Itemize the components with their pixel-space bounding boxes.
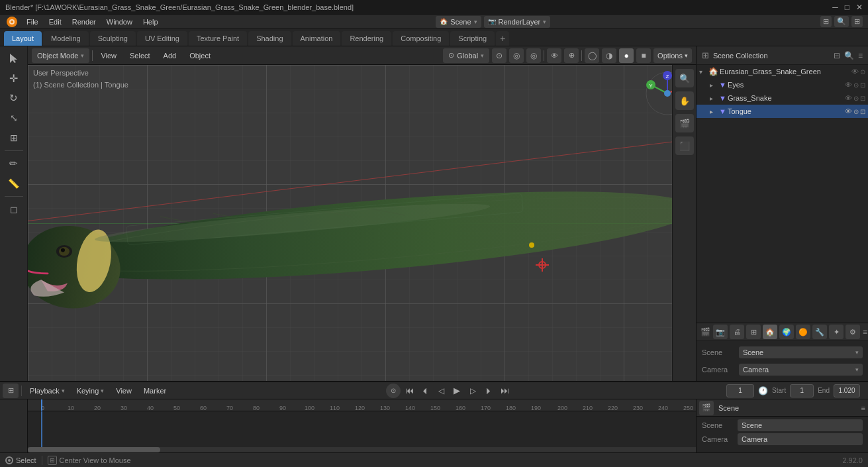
outliner-item-tongue[interactable]: ▸ ▼ Tongue 👁 ⊙ ⊡ <box>697 105 868 118</box>
start-frame-input[interactable]: 1 <box>790 384 814 397</box>
hand-tool-btn[interactable]: ✋ <box>675 91 694 110</box>
tool-add-cube[interactable]: ◻ <box>3 200 25 219</box>
select-menu[interactable]: Select <box>124 48 156 63</box>
tab-uv-editing[interactable]: UV Editing <box>137 31 187 46</box>
tab-scripting[interactable]: Scripting <box>450 31 495 46</box>
outliner-item-grass-snake[interactable]: ▸ ▼ Grass_Snake 👁 ⊙ ⊡ <box>697 91 868 105</box>
viewport-gizmo-btn[interactable]: ⊕ <box>564 48 579 63</box>
tab-compositing[interactable]: Compositing <box>393 31 449 46</box>
3d-cursor[interactable] <box>534 257 550 273</box>
tab-rendering[interactable]: Rendering <box>342 31 391 46</box>
playback-menu[interactable]: Playback▾ <box>24 384 70 398</box>
render-layer-name: RenderLayer <box>499 18 541 26</box>
current-frame-display[interactable]: 1 <box>726 384 754 397</box>
snap-toggle[interactable]: ⊙ <box>492 48 506 63</box>
pb-play[interactable]: ▶ <box>450 384 464 398</box>
timeline-ruler[interactable]: 0 10 20 30 40 50 60 70 80 90 100 110 120… <box>28 399 696 411</box>
tl-type-icon[interactable]: ⊞ <box>3 384 19 398</box>
props2-camera-value[interactable]: Camera <box>738 433 863 445</box>
scene-field-value[interactable]: Scene ▾ <box>739 346 863 358</box>
tool-annotate[interactable]: ✏ <box>3 154 25 173</box>
svg-point-14 <box>61 248 65 252</box>
tool-measure[interactable]: 📏 <box>3 174 25 193</box>
zoom-fit-btn[interactable]: 🔍 <box>675 69 694 87</box>
transform-orientation[interactable]: ⊙ Global ▾ <box>443 48 489 63</box>
pb-prev-frame[interactable]: ⏴ <box>418 384 432 398</box>
tab-layout[interactable]: Layout <box>4 31 42 46</box>
object-mode-selector[interactable]: Object Mode▾ <box>32 48 89 63</box>
props-tab-physics[interactable]: ⚙ <box>845 325 860 339</box>
props-tab-output[interactable]: 🖨 <box>730 325 744 339</box>
end-frame-input[interactable]: 1.020 <box>834 384 860 397</box>
tool-rotate[interactable]: ↻ <box>3 89 25 107</box>
props2-scene-value[interactable]: Scene <box>738 419 863 431</box>
blender-logo[interactable] <box>3 15 21 29</box>
tool-cursor[interactable] <box>3 49 25 68</box>
options-btn[interactable]: Options▾ <box>653 48 692 63</box>
viewport[interactable]: Object Mode▾ View Select Add Object <box>28 46 696 381</box>
viewport-canvas[interactable]: X Y Z 🔍 ✋ <box>28 65 696 381</box>
filter-btn[interactable]: ⊞ <box>851 16 863 27</box>
win-minimize[interactable]: ─ <box>832 3 838 12</box>
tool-transform[interactable]: ⊞ <box>3 129 25 147</box>
menu-edit[interactable]: Edit <box>44 17 67 27</box>
pb-next-frame[interactable]: ⏵ <box>481 384 496 398</box>
render-layer-selector[interactable]: 📷 RenderLayer ▾ <box>484 16 551 28</box>
editor-type-btn[interactable]: ⊞ <box>820 16 832 27</box>
menu-window[interactable]: Window <box>101 17 138 27</box>
pb-jump-end[interactable]: ⏭ <box>497 384 512 398</box>
camera-view-btn[interactable]: 🎬 <box>675 114 694 132</box>
props-tab-particles[interactable]: ✦ <box>829 325 844 339</box>
view-menu[interactable]: View <box>95 48 122 63</box>
pb-jump-start[interactable]: ⏮ <box>402 384 416 398</box>
tool-move[interactable]: ✛ <box>3 69 25 87</box>
object-menu[interactable]: Object <box>184 48 216 63</box>
props-tab-modifiers[interactable]: 🔧 <box>812 325 827 339</box>
win-close[interactable]: ✕ <box>856 3 863 12</box>
shading-rendered[interactable]: ■ <box>636 48 651 63</box>
shading-wireframe[interactable]: ◯ <box>585 48 599 63</box>
tab-shading[interactable]: Shading <box>248 31 291 46</box>
win-maximize[interactable]: □ <box>845 3 849 12</box>
tab-sculpting[interactable]: Sculpting <box>90 31 136 46</box>
tab-animation[interactable]: Animation <box>293 31 341 46</box>
tab-texture-paint[interactable]: Texture Paint <box>189 31 247 46</box>
add-menu[interactable]: Add <box>158 48 182 63</box>
props-tab-scene[interactable]: 🏠 <box>763 325 777 339</box>
view-menu-tl[interactable]: View <box>111 384 137 398</box>
props2-options[interactable]: ≡ <box>861 404 865 412</box>
search-btn[interactable]: 🔍 <box>834 16 849 27</box>
keying-menu[interactable]: Keying▾ <box>72 384 110 398</box>
props-tab-render[interactable]: 📷 <box>713 325 728 339</box>
proportional-mode[interactable]: ◎ <box>526 48 541 63</box>
tool-scale[interactable]: ⤡ <box>3 109 25 127</box>
props-tab-world[interactable]: 🌍 <box>779 325 794 339</box>
hide-overlay-btn[interactable]: 👁 <box>547 48 561 63</box>
outliner-filter-icon[interactable]: ⊟ <box>834 51 840 60</box>
menu-render[interactable]: Render <box>67 17 101 27</box>
outliner-options-icon[interactable]: ≡ <box>858 51 863 60</box>
props-filter-icon[interactable]: ≡ <box>863 327 867 337</box>
frame-playback-dot[interactable]: ⊙ <box>386 384 401 398</box>
pb-next-keyframe[interactable]: ▷ <box>465 384 480 398</box>
render-region-btn[interactable]: ⬛ <box>675 136 694 155</box>
timeline-track-area[interactable] <box>28 411 696 452</box>
tab-modeling[interactable]: Modeling <box>43 31 89 46</box>
shading-solid[interactable]: ◑ <box>602 48 616 63</box>
marker-menu[interactable]: Marker <box>138 384 171 398</box>
camera-field-value[interactable]: Camera ▾ <box>739 364 863 376</box>
menu-file[interactable]: File <box>21 17 44 27</box>
scene-selector[interactable]: 🏠 Scene ▾ <box>436 16 481 28</box>
outliner-item-scene-collection[interactable]: ▾ 🏠 Eurasian_Grass_Snake_Green 👁 ⊙ <box>697 65 868 78</box>
props-tab-object[interactable]: 🟠 <box>796 325 810 339</box>
add-tab-btn[interactable]: + <box>496 31 509 46</box>
props-tab-view-layer[interactable]: ⊞ <box>746 325 761 339</box>
proportional-toggle[interactable]: ◎ <box>509 48 524 63</box>
menu-help[interactable]: Help <box>138 17 164 27</box>
tl-scrollbar[interactable] <box>28 447 696 452</box>
shading-looksdev[interactable]: ● <box>619 48 634 63</box>
outliner-item-eyes[interactable]: ▸ ▼ Eyes 👁 ⊙ ⊡ <box>697 78 868 91</box>
outliner-search-icon[interactable]: 🔍 <box>844 51 854 60</box>
pb-prev-keyframe[interactable]: ◁ <box>434 384 448 398</box>
props2-icon1[interactable]: 🎬 <box>699 401 714 415</box>
